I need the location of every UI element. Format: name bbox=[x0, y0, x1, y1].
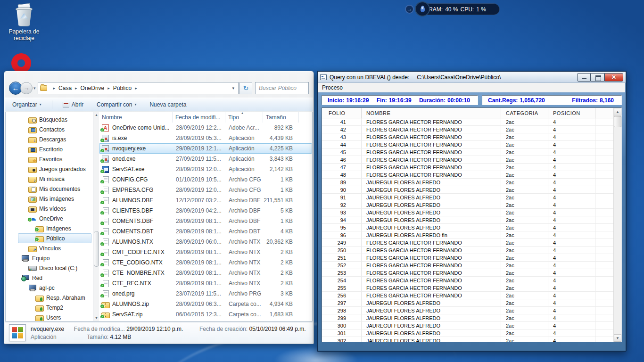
file-row[interactable]: oned.prg 23/07/2019 11:5... Archivo PRG … bbox=[99, 288, 312, 299]
query-row[interactable]: 42 FLORES GARCIA HECTOR FERNANDO 2ac 4 bbox=[322, 126, 613, 133]
query-row[interactable]: 299 JAUREGUI FLORES ALFREDO 2ac 4 bbox=[322, 314, 613, 322]
query-row[interactable]: 250 FLORES GARCIA HECTOR FERNANDO 2ac 4 bbox=[322, 247, 613, 254]
breadcrumb-item-publico[interactable]: Público bbox=[113, 85, 132, 91]
query-row[interactable]: 48 FLORES GARCIA HECTOR FERNANDO 2ac 4 bbox=[322, 171, 613, 179]
breadcrumb-item-onedrive[interactable]: OneDrive bbox=[81, 85, 105, 91]
column-header-size[interactable]: Tamaño bbox=[263, 112, 299, 123]
sidebar-item[interactable]: Juegos guardados bbox=[18, 164, 91, 174]
sidebar-item[interactable]: Contactos bbox=[18, 124, 91, 134]
query-row[interactable]: 252 FLORES GARCIA HECTOR FERNANDO 2ac 4 bbox=[322, 262, 613, 269]
query-row[interactable]: 89 JAUREGUI FLORES ALFREDO 2ac 4 bbox=[322, 179, 613, 186]
sidebar-item[interactable]: Red bbox=[18, 273, 91, 283]
query-row[interactable]: 46 FLORES GARCIA HECTOR FERNANDO 2ac 4 bbox=[322, 156, 613, 164]
sidebar-item[interactable]: Resp. Abraham bbox=[18, 293, 91, 303]
breadcrumb[interactable]: ▸ Casa ▸ OneDrive ▸ Público ▸ ▾ bbox=[38, 82, 239, 94]
query-row[interactable]: 302 JAUREGUI FLORES ALFREDO 2ac 4 bbox=[322, 337, 613, 342]
query-row[interactable]: 92 JAUREGUI FLORES ALFREDO 2ac 4 bbox=[322, 201, 613, 209]
file-row[interactable]: oned.exe 27/09/2019 11:5... Aplicación 3… bbox=[99, 154, 312, 164]
file-row[interactable]: CMT_CODFEC.NTX 28/09/2019 08:1... Archiv… bbox=[99, 247, 312, 257]
query-row[interactable]: 96 JAUREGUI FLORES ALFREDO fin 2ac 4 bbox=[322, 231, 613, 239]
query-row[interactable]: 45 FLORES GARCIA HECTOR FERNANDO 2ac 4 bbox=[322, 148, 613, 156]
query-row[interactable]: 91 JAUREGUI FLORES ALFREDO 2ac 4 bbox=[322, 194, 613, 201]
file-row[interactable]: CLIENTES.DBF 28/09/2019 04:2... Archivo … bbox=[99, 206, 312, 216]
sidebar-item[interactable]: Imágenes bbox=[18, 223, 91, 233]
file-row[interactable]: ServSAT.zip 06/04/2015 12:3... Carpeta c… bbox=[99, 309, 312, 320]
file-row[interactable]: ENCONSTR.AVI 28/09/2019 12:0... Clip de … bbox=[99, 320, 312, 321]
sidebar-scrollbar[interactable]: ▲ ▼ bbox=[93, 112, 99, 321]
scrollbar-thumb[interactable] bbox=[94, 231, 99, 267]
file-row[interactable]: ALUMNOS.zip 28/09/2019 06:3... Carpeta c… bbox=[99, 299, 312, 309]
query-row[interactable]: 300 JAUREGUI FLORES ALFREDO 2ac 4 bbox=[322, 322, 613, 329]
sidebar-item[interactable]: Temp2 bbox=[18, 303, 91, 313]
scrollbar-thumb[interactable] bbox=[614, 116, 621, 127]
breadcrumb-item-casa[interactable]: Casa bbox=[58, 85, 72, 91]
query-row[interactable]: 93 JAUREGUI FLORES ALFREDO 2ac 4 bbox=[322, 209, 613, 216]
query-row[interactable]: 41 FLORES GARCIA HECTOR FERNANDO 2ac 4 bbox=[322, 118, 613, 126]
query-row[interactable]: 301 JAUREGUI FLORES ALFREDO 2ac 4 bbox=[322, 329, 613, 337]
recycle-bin[interactable]: Papelera de reciclaje bbox=[4, 4, 44, 41]
organize-button[interactable]: Organizar ▾ bbox=[9, 100, 44, 109]
forward-button[interactable]: → bbox=[20, 82, 33, 94]
search-input[interactable]: Buscar Público bbox=[255, 82, 309, 94]
query-row[interactable]: 256 FLORES GARCIA HECTOR FERNANDO 2ac 4 bbox=[322, 292, 613, 299]
file-row[interactable]: nvoquery.exe 29/09/2019 12:1... Aplicaci… bbox=[99, 143, 312, 154]
sidebar-item[interactable]: Vínculos bbox=[18, 243, 91, 253]
sidebar-item[interactable]: Mis documentos bbox=[18, 184, 91, 194]
address-dropdown-icon[interactable]: ▾ bbox=[230, 86, 236, 90]
scroll-up-icon[interactable]: ▲ bbox=[614, 108, 621, 115]
sidebar-item[interactable]: Búsquedas bbox=[18, 115, 91, 124]
file-row[interactable]: EMPRESA.CFG 28/09/2019 12:0... Archivo C… bbox=[99, 185, 312, 195]
close-button[interactable]: ✕ bbox=[604, 73, 623, 82]
file-row[interactable]: CONFIG.CFG 01/10/2019 10:5... Archivo CF… bbox=[99, 174, 312, 185]
sidebar-item[interactable]: Mis vídeos bbox=[18, 204, 91, 214]
file-row[interactable]: CTE_RFC.NTX 28/09/2019 08:1... Archivo N… bbox=[99, 278, 312, 288]
query-row[interactable]: 254 FLORES GARCIA HECTOR FERNANDO 2ac 4 bbox=[322, 277, 613, 284]
file-row[interactable]: ALUMNOS.DBF 12/12/2007 03:2... Archivo D… bbox=[99, 195, 312, 206]
query-row[interactable]: 44 FLORES GARCIA HECTOR FERNANDO 2ac 4 bbox=[322, 141, 613, 148]
query-row[interactable]: 253 FLORES GARCIA HECTOR FERNANDO 2ac 4 bbox=[322, 269, 613, 277]
expand-arrow-icon[interactable]: → bbox=[405, 5, 414, 14]
sidebar-item[interactable]: agl-pc bbox=[18, 283, 91, 293]
file-row[interactable]: COMENTS.DBF 28/09/2019 08:1... Archivo D… bbox=[99, 216, 312, 226]
file-row[interactable]: CTE_CODIGO.NTX 28/09/2019 08:1... Archiv… bbox=[99, 257, 312, 268]
query-title-bar[interactable]: Query con un DBEVAL() desde: C:\Users\Ca… bbox=[318, 72, 626, 83]
open-button[interactable]: Abrir bbox=[60, 100, 86, 109]
column-header-name[interactable]: Nombre bbox=[99, 112, 173, 123]
column-header-type[interactable]: Tipo bbox=[225, 112, 263, 123]
query-row[interactable]: 297 JAUREGUI FLORES ALFREDO 2ac 4 bbox=[322, 299, 613, 307]
menu-proceso[interactable]: Proceso bbox=[318, 84, 347, 91]
sidebar-item[interactable]: Descargas bbox=[18, 134, 91, 144]
query-row[interactable]: 298 JAUREGUI FLORES ALFREDO 2ac 4 bbox=[322, 307, 613, 314]
sidebar-item[interactable]: Público bbox=[18, 233, 91, 243]
query-row[interactable]: 47 FLORES GARCIA HECTOR FERNANDO 2ac 4 bbox=[322, 164, 613, 171]
query-vertical-scrollbar[interactable]: ▲ ▼ bbox=[613, 108, 621, 342]
sidebar-item[interactable]: Mi música bbox=[18, 174, 91, 184]
sidebar-item[interactable]: Escritorio bbox=[18, 144, 91, 154]
refresh-button[interactable]: ↻ bbox=[239, 82, 252, 94]
sidebar-item[interactable]: Disco local (C:) bbox=[18, 263, 91, 273]
query-row[interactable]: 251 FLORES GARCIA HECTOR FERNANDO 2ac 4 bbox=[322, 254, 613, 262]
sidebar-item[interactable]: Equipo bbox=[18, 253, 91, 263]
sidebar-item[interactable]: Users bbox=[18, 313, 91, 321]
scroll-down-icon[interactable]: ▼ bbox=[614, 334, 621, 342]
query-row[interactable]: 95 JAUREGUI FLORES ALFREDO 2ac 4 bbox=[322, 224, 613, 231]
minimize-button[interactable] bbox=[577, 73, 591, 82]
query-row[interactable]: 249 FLORES GARCIA HECTOR FERNANDO 2ac 4 bbox=[322, 239, 613, 247]
query-row[interactable]: 90 JAUREGUI FLORES ALFREDO 2ac 4 bbox=[322, 186, 613, 194]
file-row[interactable]: OneDrive como Unid... 28/09/2019 12:2...… bbox=[99, 123, 312, 133]
file-row[interactable]: CTE_NOMBRE.NTX 28/09/2019 08:1... Archiv… bbox=[99, 268, 312, 278]
nav-history-dropdown-icon[interactable]: ▾ bbox=[33, 86, 36, 90]
sidebar-item[interactable]: Favoritos bbox=[18, 154, 91, 164]
sidebar-item[interactable]: OneDrive bbox=[18, 214, 91, 223]
file-row[interactable]: COMENTS.DBT 28/09/2019 08:1... Archivo D… bbox=[99, 226, 312, 237]
maximize-button[interactable] bbox=[591, 73, 604, 82]
file-row[interactable]: ALUMNOS.NTX 28/09/2019 06:0... Archivo N… bbox=[99, 237, 312, 247]
column-header-date[interactable]: Fecha de modifi... bbox=[173, 112, 225, 123]
query-row[interactable]: 94 JAUREGUI FLORES ALFREDO 2ac 4 bbox=[322, 216, 613, 224]
file-row[interactable]: ServSAT.exe 28/09/2019 12:0... Aplicació… bbox=[99, 164, 312, 174]
query-row[interactable]: 43 FLORES GARCIA HECTOR FERNANDO 2ac 4 bbox=[322, 133, 613, 141]
new-folder-button[interactable]: Nueva carpeta bbox=[147, 100, 189, 109]
sidebar-item[interactable]: Mis imágenes bbox=[18, 194, 91, 204]
file-row[interactable]: is.exe 28/09/2019 05:3... Aplicación 4,4… bbox=[99, 133, 312, 143]
share-with-button[interactable]: Compartir con ▾ bbox=[94, 100, 139, 109]
